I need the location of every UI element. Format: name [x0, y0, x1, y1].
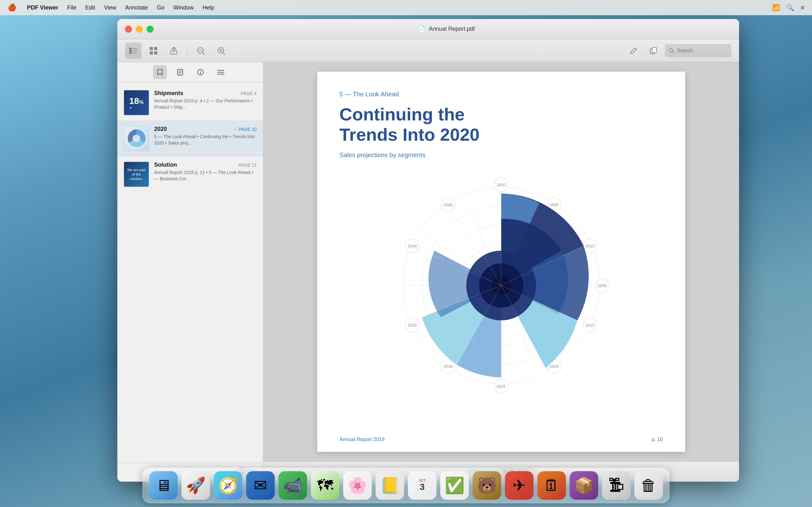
window-controls: [125, 26, 154, 33]
spotlight-icon[interactable]: 🔍: [786, 4, 794, 11]
dock-item-trash[interactable]: 🗑: [635, 471, 663, 500]
dock-item-facetime[interactable]: 📹: [278, 471, 307, 500]
svg-line-20: [672, 52, 674, 53]
control-center-icon[interactable]: ≡: [801, 4, 804, 11]
sidebar-toggle-icon: [129, 48, 137, 54]
pdf-footer-right: p. 10: [652, 437, 663, 442]
minimize-button[interactable]: [136, 26, 143, 33]
svg-text:2010: 2010: [586, 244, 595, 248]
dock-item-finder[interactable]: 🖥: [149, 471, 177, 500]
sidebar-thumb-2020: [124, 126, 149, 151]
zoom-in-button[interactable]: [213, 43, 229, 59]
share-button[interactable]: [165, 43, 182, 59]
sidebar-item-shipments[interactable]: 18% ▲ Shipments PAGE 4 Annual Report 201…: [117, 85, 263, 121]
svg-point-19: [669, 49, 673, 52]
svg-text:2040: 2040: [408, 244, 417, 248]
main-content: 18% ▲ Shipments PAGE 4 Annual Report 201…: [117, 62, 739, 482]
dock-item-xip[interactable]: 🗜: [602, 471, 630, 500]
pdf-content-area[interactable]: 5 — The Look Ahead Continuing the Trends…: [263, 62, 739, 482]
svg-line-15: [223, 53, 225, 55]
dock-item-keka[interactable]: 📦: [570, 471, 598, 500]
apple-menu-icon[interactable]: 🍎: [8, 3, 16, 12]
svg-rect-5: [154, 47, 157, 50]
pdf-footer-left: Annual Report 2019: [339, 437, 385, 442]
menubar-edit[interactable]: Edit: [81, 3, 100, 12]
zoom-out-button[interactable]: [193, 43, 209, 59]
dock-item-photos[interactable]: 🌸: [343, 471, 372, 500]
svg-rect-3: [132, 53, 137, 53]
menubar-go[interactable]: Go: [153, 3, 169, 12]
sidebar-bookmark-tool[interactable]: [153, 65, 167, 79]
close-button[interactable]: [125, 26, 132, 33]
svg-rect-0: [129, 48, 132, 54]
menubar: 🍎 PDF Viewer File Edit View Annotate Go …: [0, 0, 812, 15]
wifi-icon[interactable]: 📶: [772, 4, 780, 11]
sidebar-pages-tool[interactable]: [173, 65, 187, 79]
dock-item-safari[interactable]: 🧭: [214, 471, 242, 500]
dock-item-calendar[interactable]: OCT 3: [408, 471, 437, 500]
sidebar-toc-tool[interactable]: [214, 65, 228, 79]
menubar-view[interactable]: View: [100, 3, 121, 12]
search-box[interactable]: [665, 44, 731, 57]
thumb-solution-text: We are part of the solution.: [125, 166, 148, 183]
sidebar-item-desc-solution: Annual Report 2018 p. 11 • 5 — The Look …: [154, 170, 257, 182]
dock-item-bear[interactable]: 🐻: [473, 471, 501, 500]
svg-line-11: [203, 53, 205, 55]
thumb-percent: 18%: [129, 97, 143, 106]
svg-text:2000: 2000: [598, 283, 607, 288]
svg-rect-6: [150, 51, 153, 55]
menubar-file[interactable]: File: [63, 3, 81, 12]
grid-view-icon: [150, 47, 157, 55]
info-icon: [197, 69, 204, 76]
maximize-button[interactable]: [147, 26, 154, 33]
sidebar-toolbar: [117, 62, 263, 82]
sidebar-item-2020[interactable]: 2020 → PAGE 10 5 — The Look Ahead • Cont…: [117, 121, 263, 157]
svg-text:2030: 2030: [444, 364, 453, 369]
toolbar: [117, 39, 739, 62]
sidebar-thumb-shipments: 18% ▲: [124, 90, 149, 115]
chart-container: 2050 2045 2040 2035 2030: [339, 171, 663, 400]
sidebar-item-header-solution: Solution PAGE 11: [154, 162, 257, 168]
svg-text:2015: 2015: [586, 323, 595, 328]
svg-line-16: [635, 48, 637, 49]
dock-item-fantastical[interactable]: 🗓: [537, 471, 566, 500]
menubar-pdfviewer[interactable]: PDF Viewer: [22, 3, 63, 12]
sidebar-item-title-solution: Solution: [154, 162, 177, 168]
grid-view-button[interactable]: [145, 43, 162, 59]
pdf-footer: Annual Report 2019 p. 10: [339, 437, 663, 442]
sidebar-toggle-button[interactable]: [125, 43, 142, 59]
menubar-annotate[interactable]: Annotate: [120, 3, 152, 12]
polar-chart-svg: 2050 2045 2040 2035 2030: [393, 178, 609, 393]
document-icon: 📄: [418, 25, 426, 33]
menubar-help[interactable]: Help: [198, 3, 219, 12]
titlebar: 📄 Annual Report.pdf: [117, 19, 739, 39]
sidebar-thumb-solution: We are part of the solution.: [124, 162, 149, 187]
copy-button[interactable]: [645, 43, 662, 59]
window-title: Annual Report.pdf: [429, 26, 475, 32]
svg-rect-7: [154, 51, 157, 55]
dock-item-contacts[interactable]: 📒: [375, 471, 404, 500]
pdf-viewer-window: 📄 Annual Report.pdf: [117, 19, 739, 482]
dock: 🖥 🚀 🧭 ✉ 📹 🗺 🌸 📒 OCT 3 ✅ 🐻 ✈ 🗓 📦 🗜 🗑: [142, 468, 670, 503]
dock-item-reminders[interactable]: ✅: [440, 471, 469, 500]
sidebar-item-title-shipments: Shipments: [154, 90, 183, 97]
bookmark-icon: [157, 69, 163, 76]
svg-text:2050: 2050: [497, 182, 506, 187]
annotate-icon: [630, 47, 638, 55]
dock-item-launchpad[interactable]: 🚀: [182, 471, 210, 500]
search-input[interactable]: [677, 48, 728, 54]
sidebar-item-header-shipments: Shipments PAGE 4: [154, 90, 257, 97]
sidebar-item-solution[interactable]: We are part of the solution. Solution PA…: [117, 157, 263, 192]
sidebar-info-tool[interactable]: [194, 65, 207, 79]
dock-item-airmail[interactable]: ✈: [505, 471, 534, 500]
page-subtitle: Sales projections by segments: [339, 152, 663, 159]
sidebar-item-info-solution: Solution PAGE 11 Annual Report 2018 p. 1…: [154, 162, 257, 182]
dock-item-mail[interactable]: ✉: [246, 471, 275, 500]
dock-item-maps[interactable]: 🗺: [311, 471, 339, 500]
sidebar-item-page-2020: → PAGE 10: [233, 127, 257, 132]
annotate-button[interactable]: [625, 43, 642, 59]
svg-point-32: [133, 135, 140, 142]
menubar-window[interactable]: Window: [169, 3, 198, 12]
page-main-title: Continuing the Trends Into 2020: [339, 104, 663, 145]
thumb-chart-icon: [124, 126, 149, 151]
